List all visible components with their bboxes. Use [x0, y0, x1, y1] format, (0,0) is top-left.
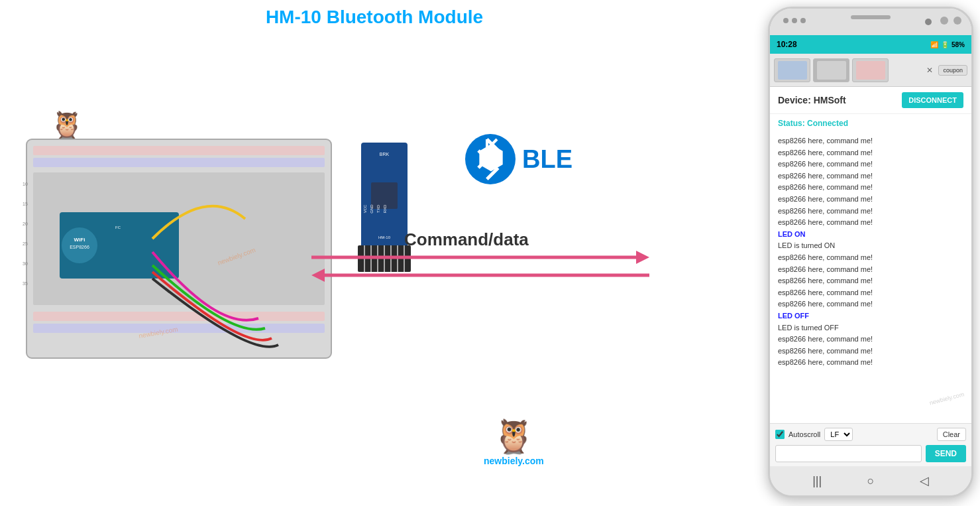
send-input[interactable] — [775, 445, 922, 462]
dot-2 — [792, 18, 797, 23]
svg-text:10: 10 — [23, 182, 28, 186]
dot-3 — [800, 18, 806, 23]
battery-text: 58% — [952, 41, 965, 48]
disconnect-button[interactable]: DISCONNECT — [902, 92, 963, 108]
log-line: esp8266 here, command me! — [778, 158, 963, 170]
send-button[interactable]: SEND — [926, 445, 966, 462]
svg-text:VCC: VCC — [363, 204, 367, 213]
diagram-section: HM-10 Bluetooth Module 🦉 newbiely.com 10… — [0, 0, 749, 506]
svg-text:20: 20 — [23, 221, 28, 226]
tabs-right-area: ✕ coupon — [926, 65, 967, 76]
log-line: esp8266 here, command me! — [778, 147, 963, 159]
log-line: esp8266 here, command me! — [778, 334, 963, 346]
status-connected-text: Status: Connected — [778, 119, 848, 128]
svg-rect-1 — [33, 146, 325, 155]
svg-text:30: 30 — [23, 261, 28, 266]
log-line: esp8266 here, command me! — [778, 275, 963, 287]
close-icon: ✕ — [926, 66, 933, 75]
device-name-label: Device: HMSoft — [778, 95, 846, 105]
autoscroll-checkbox[interactable] — [775, 430, 785, 439]
arrow-right-svg: Command/data — [311, 232, 656, 265]
nav-back-icon[interactable]: ||| — [812, 474, 822, 488]
svg-rect-5 — [33, 324, 325, 333]
dot-1 — [783, 18, 789, 23]
tab-thumb-2 — [817, 61, 846, 80]
log-line: esp8266 here, command me! — [778, 170, 963, 182]
lf-select[interactable]: LF — [824, 428, 853, 441]
log-line: LED is turned OFF — [778, 322, 963, 334]
svg-text:GND: GND — [370, 204, 374, 214]
log-line: esp8266 here, command me! — [778, 252, 963, 264]
status-bar: 10:28 📶 🔋 58% — [770, 35, 971, 54]
owl-logo-bottom: 🦉 newbiely.com — [484, 417, 544, 466]
svg-text:25: 25 — [23, 241, 28, 246]
signal-icon: 📶 — [930, 41, 938, 48]
tab-thumb-1 — [778, 61, 807, 80]
phone-speaker — [851, 15, 891, 19]
tab-thumb-3 — [856, 61, 885, 80]
ble-label: BLE — [522, 145, 572, 174]
send-row: SEND — [775, 445, 966, 462]
page-container: HM-10 Bluetooth Module 🦉 newbiely.com 10… — [0, 0, 980, 506]
nav-home-icon[interactable]: ○ — [867, 474, 875, 488]
page-title: HM-10 Bluetooth Module — [0, 7, 749, 28]
phone-container: 10:28 📶 🔋 58% ✕ — [768, 7, 973, 497]
status-line: Status: Connected — [770, 114, 971, 131]
icon-circle — [940, 17, 948, 25]
svg-rect-4 — [33, 312, 325, 321]
phone-camera — [925, 19, 932, 25]
browser-tab-3[interactable] — [852, 58, 889, 82]
status-bar-right: 📶 🔋 58% — [930, 41, 965, 48]
log-line: esp8266 here, command me! — [778, 194, 963, 206]
svg-text:RXD: RXD — [383, 204, 387, 213]
phone-frame: 10:28 📶 🔋 58% ✕ — [768, 7, 973, 497]
log-line: LED ON — [778, 229, 963, 241]
autoscroll-row: Autoscroll LF Clear — [775, 428, 966, 441]
phone-top-hardware — [770, 9, 971, 35]
svg-text:15: 15 — [23, 202, 28, 206]
top-right-icons — [940, 17, 961, 25]
svg-text:WiFi: WiFi — [74, 237, 85, 243]
log-line: LED is turned ON — [778, 240, 963, 252]
bluetooth-icon: ⬢ — [464, 133, 517, 186]
ble-group: ⬢ BLE — [464, 133, 572, 186]
log-line: esp8266 here, command me! — [778, 346, 963, 357]
svg-text:35: 35 — [23, 281, 28, 286]
log-line: esp8266 here, command me! — [778, 182, 963, 194]
svg-text:TXD: TXD — [376, 204, 380, 213]
browser-tabs-row: ✕ coupon — [770, 54, 971, 87]
log-line: esp8266 here, command me! — [778, 298, 963, 310]
svg-marker-46 — [311, 269, 325, 282]
log-line: esp8266 here, command me! — [778, 206, 963, 218]
svg-text:BRK: BRK — [380, 152, 390, 157]
log-line: esp8266 here, command me! — [778, 357, 963, 369]
svg-rect-2 — [33, 158, 325, 167]
icon-circle-2 — [953, 17, 961, 25]
nav-recent-icon[interactable]: ◁ — [920, 474, 929, 488]
phone-dots — [783, 18, 806, 23]
battery-icon: 🔋 — [941, 41, 949, 48]
svg-text:ESP8266: ESP8266 — [70, 245, 89, 249]
autoscroll-label: Autoscroll — [789, 430, 820, 438]
coupon-btn[interactable]: coupon — [938, 65, 967, 76]
browser-tab-2[interactable] — [813, 58, 849, 82]
phone-bottom-bar: ||| ○ ◁ — [770, 466, 971, 495]
device-header: Device: HMSoft DISCONNECT — [770, 87, 971, 114]
log-line: esp8266 here, command me! — [778, 287, 963, 299]
log-line: LED OFF — [778, 310, 963, 322]
log-watermark: newbiely.com — [928, 389, 965, 408]
log-line: esp8266 here, command me! — [778, 217, 963, 229]
browser-tab-1[interactable] — [774, 58, 810, 82]
bottom-controls: Autoscroll LF Clear SEND — [770, 423, 971, 466]
newbiely-label-bottom: newbiely.com — [484, 456, 544, 466]
app-content: Device: HMSoft DISCONNECT Status: Connec… — [770, 87, 971, 466]
log-line: esp8266 here, command me! — [778, 264, 963, 276]
log-area[interactable]: esp8266 here, command me!esp8266 here, c… — [770, 131, 971, 423]
svg-text:FC: FC — [115, 225, 121, 229]
svg-text:Command/data: Command/data — [404, 232, 529, 249]
arrow-left-svg — [311, 262, 656, 295]
status-time: 10:28 — [777, 40, 797, 49]
clear-button[interactable]: Clear — [937, 428, 966, 441]
svg-text:STATE: STATE — [356, 203, 360, 215]
log-line: esp8266 here, command me! — [778, 135, 963, 147]
